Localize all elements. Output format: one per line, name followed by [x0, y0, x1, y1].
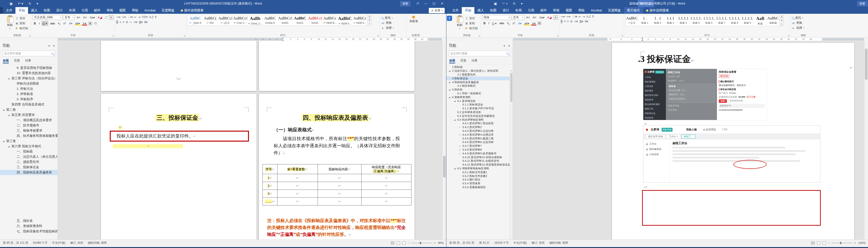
- tree-arrow-icon[interactable]: ▷: [459, 134, 463, 136]
- style-card[interactable]: AaBbC(↵ 002: [203, 15, 218, 25]
- tree-arrow-icon[interactable]: ◢: [454, 119, 457, 121]
- numbering-icon[interactable]: ≕▾: [566, 15, 570, 18]
- style-card[interactable]: 1.1.1.1.标题 9: [741, 15, 754, 26]
- print-layout-icon[interactable]: [397, 242, 400, 244]
- dialog-launcher-icon[interactable]: ⇲: [183, 34, 185, 37]
- tree-arrow-icon[interactable]: ◢: [449, 89, 452, 91]
- ribbon-tab[interactable]: 文件: [3, 7, 16, 14]
- shrink-font-icon[interactable]: A˅: [532, 16, 537, 20]
- nav-tree-item[interactable]: 二、授权委托书: [0, 159, 58, 165]
- ribbon-tab[interactable]: 设计: [500, 7, 512, 14]
- chevron-down-icon[interactable]: ▾: [49, 44, 50, 48]
- justify-icon[interactable]: ≣: [126, 21, 128, 24]
- nav-tree-item[interactable]: 评标办法前附表: [0, 81, 58, 86]
- decrease-indent-icon[interactable]: ⇤: [579, 15, 581, 18]
- nav-tree-item[interactable]: 6.4.1 形式评审1-营业执照: [446, 122, 513, 125]
- phonetic-guide-icon[interactable]: 文̈: [104, 16, 108, 20]
- ribbon-tab[interactable]: 布局: [66, 7, 79, 14]
- tree-arrow-icon[interactable]: ▷: [459, 149, 463, 151]
- nav-tree-item[interactable]: 6.4.6 形式评审6-企业名称: [446, 141, 513, 144]
- close-icon[interactable]: ✕: [53, 44, 55, 48]
- nav-tree-item[interactable]: 三、投标保证金: [0, 165, 58, 170]
- subscript-button[interactable]: x2: [57, 21, 61, 26]
- style-card[interactable]: AaBbC↵ _Style 8: [188, 15, 203, 25]
- ribbon-tab[interactable]: 帮助: [575, 7, 588, 14]
- superscript-button[interactable]: x2: [512, 21, 516, 25]
- ribbon-tab[interactable]: Acrobat: [141, 7, 159, 14]
- tree-arrow-icon[interactable]: ◢: [8, 78, 11, 80]
- language-indicator[interactable]: 中文(中国): [514, 241, 527, 245]
- page-touzibaozhengjin[interactable]: .3 投标保证金↵ ↵ 云梦泽招标投标 工作台我的邀请函公告信息我的项目项目管理…: [612, 43, 854, 240]
- style-card[interactable]: 1.1.1标题 3: [664, 15, 677, 26]
- ribbon-tab[interactable]: 文件: [449, 7, 462, 14]
- ribbon-tab[interactable]: 操作说明搜索: [643, 7, 672, 14]
- superscript-button[interactable]: x2: [62, 21, 67, 25]
- close-icon[interactable]: ✕: [508, 44, 510, 48]
- nav-tree-item[interactable]: 6.5.1 投标文件质量1: [446, 170, 513, 174]
- accessibility-indicator[interactable]: 辅助功能: 调查: [88, 241, 107, 245]
- clear-format-icon[interactable]: A◢: [546, 16, 553, 20]
- nav-tree-item[interactable]: 5.1 开标一览表格式: [446, 92, 513, 95]
- nav-tree-item[interactable]: 6.4.12 形式评审12-供货期及投标保证金: [446, 163, 513, 167]
- ribbon-tab[interactable]: 插入: [474, 7, 487, 14]
- nav-tab[interactable]: 标题: [449, 59, 455, 63]
- nav-tree-item[interactable]: ▷6.4.4 形式评审4-信用记录: [446, 133, 513, 136]
- italic-button[interactable]: I: [488, 21, 490, 25]
- ribbon-tab[interactable]: 百度网盘: [159, 7, 178, 14]
- language-indicator[interactable]: 中文(中国): [52, 241, 65, 245]
- highlight-color-button[interactable]: ab▾: [524, 21, 530, 25]
- select-button[interactable]: ►选择▾: [381, 26, 405, 30]
- nav-tree-item[interactable]: 一、投标函: [0, 149, 58, 154]
- align-center-icon[interactable]: ≡: [564, 20, 565, 23]
- nav-tree-item[interactable]: 六、资格审查资料: [0, 223, 58, 229]
- nav-tree-item[interactable]: 6.5.4 管理体系: [446, 182, 513, 186]
- addin-save-icon[interactable]: ↧: [447, 16, 452, 21]
- indent-markers[interactable]: [282, 38, 284, 41]
- nav-tree-item[interactable]: ◢第六章 投标文件格式: [0, 144, 58, 149]
- style-card[interactable]: AaBbCcDd↵正文: [626, 15, 639, 26]
- text-effects-icon[interactable]: A▾: [68, 21, 73, 25]
- ribbon-tab[interactable]: 邮件: [537, 7, 550, 14]
- ribbon-tab[interactable]: Acrobat: [588, 7, 605, 14]
- zoom-slider[interactable]: −+: [828, 241, 856, 245]
- ribbon-tab[interactable]: 绘图: [487, 7, 500, 14]
- style-card[interactable]: 1.1.1.1.1标题 5: [690, 15, 703, 26]
- ribbon-tab[interactable]: 百度网盘: [605, 7, 624, 14]
- style-card[interactable]: AaBbCfont21: [293, 15, 308, 25]
- enclose-characters-icon[interactable]: ㊉: [93, 21, 98, 26]
- multilevel-list-icon[interactable]: ⋮≡▾: [127, 16, 132, 19]
- nav-tree-item[interactable]: 6.5.3 银行资信: [446, 178, 513, 182]
- bold-button[interactable]: B: [33, 22, 37, 25]
- horizontal-ruler[interactable]: 8642 24681012141618202224262830323436384…: [58, 38, 442, 41]
- ribbon-tab[interactable]: 审阅: [103, 7, 116, 14]
- style-card[interactable]: AaBbCcD(↵ Char C...: [233, 15, 248, 25]
- nav-tree-item[interactable]: 七、投标设备技术性能指标的...: [0, 229, 58, 234]
- style-card[interactable]: AaBbCcD(↵ 1正文: [218, 15, 233, 25]
- paste-button[interactable]: 粘贴▾: [455, 15, 465, 30]
- numbering-icon[interactable]: ≕▾: [122, 16, 126, 19]
- tree-arrow-icon[interactable]: ◢: [454, 100, 457, 102]
- nav-tree-item[interactable]: ◢6.4 初步评审响应资料: [446, 118, 513, 122]
- tree-arrow-icon[interactable]: ◢: [3, 140, 6, 142]
- nav-tree-item[interactable]: 二、法定代表人（单位负责人...: [0, 154, 58, 159]
- page-baozhengjin[interactable]: 三、投标保证金↵ ↵ 投标人应在此提供汇款凭证的复印件。↵ ↵: [101, 94, 256, 240]
- track-changes-indicator[interactable]: 修订: 关闭: [70, 241, 83, 245]
- underline-button[interactable]: U ▾: [41, 21, 49, 26]
- page-xiangyingbiao[interactable]: 四、投标响应表及偏差表↵ （一）响应表格式↵ 该项目技术规格书中，所有标注“*”…: [259, 94, 414, 240]
- align-right-icon[interactable]: ≡: [123, 21, 124, 24]
- dialog-launcher-icon[interactable]: ⇲: [112, 34, 114, 37]
- find-button[interactable]: 查找▾: [381, 16, 405, 20]
- style-card[interactable]: AaBbCc↵ K&W h...: [352, 15, 368, 25]
- nav-tree-item[interactable]: ◢第三章 评标办法（综合评估法）: [0, 76, 58, 81]
- asian-layout-icon[interactable]: A文▾: [142, 15, 147, 19]
- style-card[interactable]: 1.1.1.1标题 4: [677, 15, 690, 26]
- replace-button[interactable]: ab替换: [381, 21, 405, 25]
- replace-button[interactable]: ab替换: [792, 21, 815, 25]
- tree-arrow-icon[interactable]: ▷: [459, 153, 463, 155]
- nav-tree-item[interactable]: 四、投标响应表及偏差表: [0, 170, 58, 175]
- multilevel-list-icon[interactable]: ⋮≡▾: [572, 15, 577, 18]
- read-mode-icon[interactable]: [811, 242, 814, 244]
- style-card[interactable]: AaBb↵ Deed_S...: [248, 15, 263, 25]
- nav-tree-item[interactable]: 6.5.5 质量检验报告: [446, 186, 513, 189]
- scrollbar-thumb[interactable]: [443, 156, 446, 178]
